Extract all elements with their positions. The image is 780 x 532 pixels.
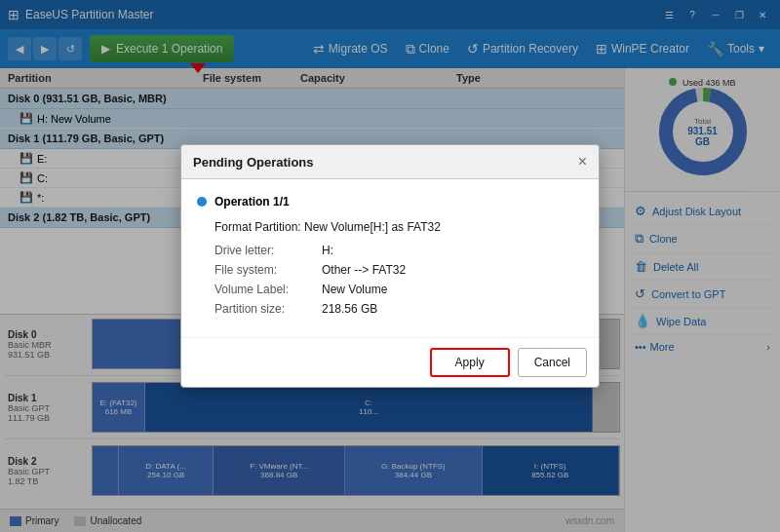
op-field-label: Volume Label: New Volume (214, 283, 566, 296)
cancel-button[interactable]: Cancel (518, 348, 587, 377)
modal-header: Pending Operations × (181, 145, 599, 179)
operation-header: Operation 1/1 (197, 195, 583, 209)
op-field-filesystem: File system: Other --> FAT32 (214, 263, 566, 277)
op-field-drive: Drive letter: H: (214, 244, 566, 257)
operation-title: Operation 1/1 (214, 195, 290, 209)
pending-operations-modal: Pending Operations × Operation 1/1 Forma… (180, 144, 600, 388)
apply-button[interactable]: Apply (430, 348, 510, 377)
modal-title: Pending Operations (193, 155, 314, 170)
modal-body: Operation 1/1 Format Partition: New Volu… (181, 179, 599, 337)
modal-overlay: Pending Operations × Operation 1/1 Forma… (0, 0, 780, 532)
operation-indicator (197, 197, 207, 207)
op-field-size: Partition size: 218.56 GB (214, 302, 566, 316)
operation-description: Format Partition: New Volume[H:] as FAT3… (214, 220, 566, 234)
modal-close-button[interactable]: × (578, 153, 587, 171)
modal-footer: Apply Cancel (181, 337, 599, 387)
operation-details: Format Partition: New Volume[H:] as FAT3… (197, 220, 583, 316)
